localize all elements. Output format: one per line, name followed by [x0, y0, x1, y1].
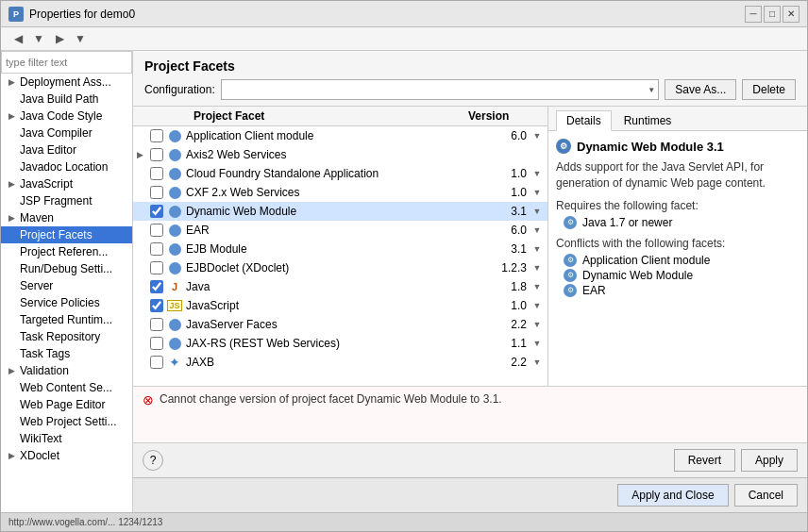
facet-version-dropdown-cloudfoundry[interactable]: ▼: [530, 169, 544, 178]
facet-row-javaserver-faces[interactable]: JavaServer Faces2.2▼: [133, 315, 547, 334]
sidebar-item-18[interactable]: Web Content Se...: [1, 379, 132, 396]
facet-version-dropdown-ejbdoclet[interactable]: ▼: [530, 263, 544, 273]
sidebar-arrow-0: ▶: [8, 77, 18, 87]
facet-version-dropdown-jaxb[interactable]: ▼: [530, 357, 544, 367]
conflict-name-2: EAR: [582, 284, 606, 297]
back-button[interactable]: ◀: [8, 29, 27, 48]
sidebar-item-16[interactable]: Task Tags: [1, 345, 132, 362]
close-button[interactable]: ✕: [783, 6, 800, 23]
filter-input[interactable]: [1, 51, 132, 74]
facet-checkbox-javascript[interactable]: [150, 299, 163, 312]
window-icon: P: [8, 7, 24, 22]
facet-row-app-client[interactable]: Application Client module6.0▼: [133, 126, 547, 145]
facet-icon-jaxb: ✦: [167, 355, 182, 370]
error-message: Cannot change version of project facet D…: [160, 392, 502, 406]
facet-row-javascript[interactable]: JSJavaScript1.0▼: [133, 296, 547, 315]
maximize-button[interactable]: □: [764, 6, 781, 23]
sidebar-item-6[interactable]: ▶JavaScript: [1, 175, 132, 192]
sidebar-item-7[interactable]: JSP Fragment: [1, 192, 132, 209]
facet-version-ear: 6.0: [474, 224, 530, 237]
delete-button[interactable]: Delete: [742, 79, 796, 100]
facet-version-dropdown-app-client[interactable]: ▼: [530, 131, 544, 141]
facet-checkbox-app-client[interactable]: [150, 129, 163, 142]
facet-version-jaxb: 2.2: [474, 356, 530, 369]
config-select[interactable]: [221, 79, 660, 100]
facet-row-java[interactable]: JJava1.8▼: [133, 277, 547, 296]
forward-dropdown-button[interactable]: ▼: [71, 29, 90, 48]
save-as-button[interactable]: Save As...: [665, 79, 736, 100]
sidebar-item-2[interactable]: ▶Java Code Style: [1, 108, 132, 125]
sidebar-item-4[interactable]: Java Editor: [1, 141, 132, 158]
apply-and-close-button[interactable]: Apply and Close: [617, 484, 728, 507]
facet-checkbox-ear[interactable]: [150, 224, 163, 237]
facet-version-dropdown-javaserver-faces[interactable]: ▼: [530, 320, 544, 329]
facet-row-axis2[interactable]: ▶Axis2 Web Services: [133, 145, 547, 164]
facet-row-ear[interactable]: EAR6.0▼: [133, 221, 547, 240]
forward-button[interactable]: ▶: [50, 29, 69, 48]
detail-content: ⚙ Dynamic Web Module 3.1 Adds support fo…: [548, 131, 807, 386]
sidebar-item-5[interactable]: Javadoc Location: [1, 158, 132, 175]
facet-version-dropdown-java[interactable]: ▼: [530, 282, 544, 291]
sidebar-item-14[interactable]: Targeted Runtim...: [1, 311, 132, 328]
sidebar-item-17[interactable]: ▶Validation: [1, 362, 132, 379]
facet-checkbox-ejb[interactable]: [150, 242, 163, 256]
facet-version-dropdown-ear[interactable]: ▼: [530, 225, 544, 235]
facet-name-jax-rs: JAX-RS (REST Web Services): [186, 337, 474, 350]
conflict-item-1: ⚙Dynamic Web Module: [564, 269, 800, 282]
sidebar-label-15: Task Repository: [20, 330, 100, 343]
facet-checkbox-cxf[interactable]: [150, 186, 163, 199]
sidebar-arrow-17: ▶: [8, 366, 18, 375]
facet-name-ejbdoclet: EJBDoclet (XDoclet): [186, 261, 474, 274]
facet-row-cloudfoundry[interactable]: Cloud Foundry Standalone Application1.0▼: [133, 164, 547, 183]
sidebar-item-22[interactable]: ▶XDoclet: [1, 447, 132, 464]
minimize-button[interactable]: ─: [745, 6, 762, 23]
revert-button[interactable]: Revert: [674, 449, 735, 472]
help-button[interactable]: ?: [143, 450, 163, 471]
sidebar-item-19[interactable]: Web Page Editor: [1, 396, 132, 413]
facet-name-jaxb: JAXB: [186, 356, 474, 369]
facet-row-dynamic-web[interactable]: Dynamic Web Module3.1▼: [133, 202, 547, 221]
module-description: Adds support for the Java Servlet API, f…: [556, 159, 800, 191]
facet-row-ejbdoclet[interactable]: EJBDoclet (XDoclet)1.2.3▼: [133, 258, 547, 277]
facet-version-dropdown-javascript[interactable]: ▼: [530, 301, 544, 310]
facet-checkbox-dynamic-web[interactable]: [150, 205, 163, 218]
facet-row-jaxb[interactable]: ✦JAXB2.2▼: [133, 353, 547, 372]
facet-row-jax-rs[interactable]: JAX-RS (REST Web Services)1.1▼: [133, 334, 547, 353]
sidebar-item-13[interactable]: Service Policies: [1, 294, 132, 311]
sidebar-item-20[interactable]: Web Project Setti...: [1, 413, 132, 430]
facet-name-ear: EAR: [186, 224, 474, 237]
back-dropdown-button[interactable]: ▼: [29, 29, 48, 48]
sidebar-item-10[interactable]: Project Referen...: [1, 243, 132, 260]
sidebar-item-12[interactable]: Server: [1, 277, 132, 294]
facet-checkbox-cloudfoundry[interactable]: [150, 167, 163, 180]
facet-checkbox-ejbdoclet[interactable]: [150, 261, 163, 274]
facet-row-ejb[interactable]: EJB Module3.1▼: [133, 240, 547, 258]
sidebar-item-8[interactable]: ▶Maven: [1, 209, 132, 226]
sidebar-item-15[interactable]: Task Repository: [1, 328, 132, 345]
detail-tab-1[interactable]: Runtimes: [614, 110, 682, 130]
apply-button[interactable]: Apply: [741, 449, 798, 472]
facet-version-dropdown-ejb[interactable]: ▼: [530, 244, 544, 254]
facet-checkbox-jax-rs[interactable]: [150, 337, 163, 350]
sidebar-item-0[interactable]: ▶Deployment Ass...: [1, 74, 132, 91]
cancel-button[interactable]: Cancel: [734, 484, 798, 507]
sidebar-item-3[interactable]: Java Compiler: [1, 125, 132, 141]
facet-version-dropdown-jax-rs[interactable]: ▼: [530, 339, 544, 348]
facet-checkbox-java[interactable]: [150, 280, 163, 293]
facet-version-dropdown-dynamic-web[interactable]: ▼: [530, 207, 544, 216]
sidebar-item-1[interactable]: Java Build Path: [1, 91, 132, 108]
sidebar-item-21[interactable]: WikiText: [1, 430, 132, 447]
sidebar-item-9[interactable]: Project Facets: [1, 226, 132, 243]
facet-checkbox-jaxb[interactable]: [150, 356, 163, 369]
sidebar-arrow-22: ▶: [8, 451, 18, 460]
detail-tab-0[interactable]: Details: [556, 110, 612, 131]
sidebar-item-11[interactable]: Run/Debug Setti...: [1, 260, 132, 277]
facet-row-cxf[interactable]: CXF 2.x Web Services1.0▼: [133, 183, 547, 202]
bottom-bar-left: ?: [143, 450, 163, 471]
facet-checkbox-javaserver-faces[interactable]: [150, 318, 163, 331]
facet-checkbox-axis2[interactable]: [150, 148, 163, 161]
facet-expand-axis2[interactable]: ▶: [137, 150, 150, 159]
navigation-toolbar: ◀ ▼ ▶ ▼: [1, 27, 807, 51]
facet-version-dropdown-cxf[interactable]: ▼: [530, 188, 544, 197]
config-label: Configuration:: [144, 83, 215, 96]
